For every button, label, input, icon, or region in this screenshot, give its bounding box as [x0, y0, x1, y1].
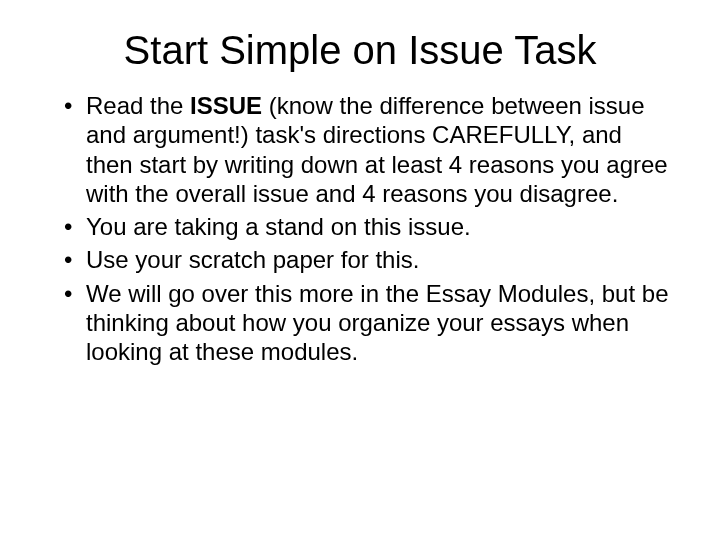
- slide: Start Simple on Issue Task Read the ISSU…: [0, 0, 720, 540]
- slide-title: Start Simple on Issue Task: [40, 28, 680, 73]
- bullet-text-pre: Read the: [86, 92, 190, 119]
- list-item: We will go over this more in the Essay M…: [86, 279, 670, 367]
- bullet-text-bold: ISSUE: [190, 92, 262, 119]
- bullet-text-pre: Use your scratch paper for this.: [86, 246, 419, 273]
- bullet-text-pre: We will go over this more in the Essay M…: [86, 280, 669, 366]
- bullet-text-pre: You are taking a stand on this issue.: [86, 213, 471, 240]
- list-item: Read the ISSUE (know the difference betw…: [86, 91, 670, 208]
- list-item: Use your scratch paper for this.: [86, 245, 670, 274]
- bullet-list: Read the ISSUE (know the difference betw…: [40, 91, 680, 366]
- list-item: You are taking a stand on this issue.: [86, 212, 670, 241]
